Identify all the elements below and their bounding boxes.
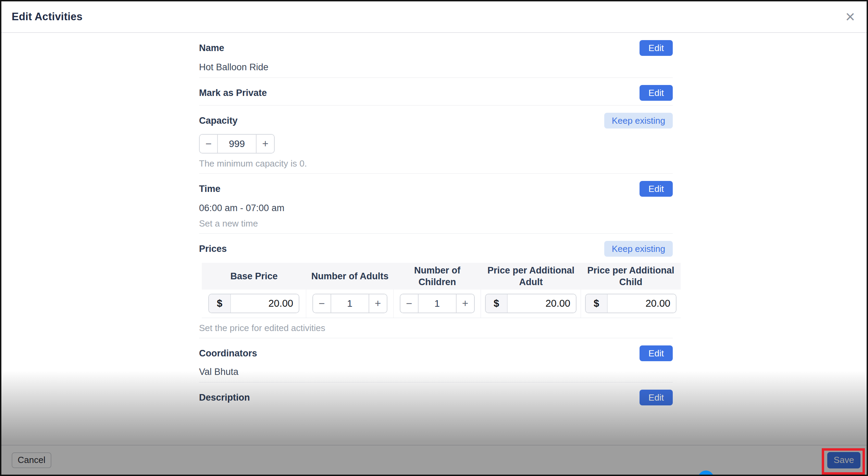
adults-decrement-button[interactable]: − <box>313 294 331 313</box>
additional-child-price-input-group: $ <box>585 294 677 313</box>
section-time: Time Edit 06:00 am - 07:00 am Set a new … <box>199 174 673 234</box>
time-value: 06:00 am - 07:00 am <box>199 202 673 214</box>
coordinators-label: Coordinators <box>199 348 257 359</box>
private-label: Mark as Private <box>199 88 267 98</box>
plus-icon: + <box>262 138 268 150</box>
time-helper-text: Set a new time <box>199 218 673 229</box>
prices-table-header: Base Price Number of Adults Number of Ch… <box>202 263 681 290</box>
children-stepper[interactable]: − + <box>400 294 475 313</box>
coordinators-edit-button[interactable]: Edit <box>640 345 673 361</box>
additional-adult-price-input[interactable] <box>508 294 576 313</box>
header-number-of-children: Number of Children <box>394 263 481 290</box>
name-edit-button[interactable]: Edit <box>640 40 673 56</box>
modal-footer: Cancel Save <box>1 445 867 475</box>
prices-label: Prices <box>199 244 227 254</box>
private-edit-button[interactable]: Edit <box>640 85 673 101</box>
dollar-sign: $ <box>209 294 231 313</box>
dollar-sign: $ <box>486 294 508 313</box>
children-decrement-button[interactable]: − <box>400 294 418 313</box>
section-prices: Prices Keep existing Base Price Number o… <box>199 234 673 338</box>
section-mark-as-private: Mark as Private Edit <box>199 78 673 106</box>
section-capacity: Capacity Keep existing − + The minimum c… <box>199 106 673 174</box>
children-increment-button[interactable]: + <box>457 294 474 313</box>
name-label: Name <box>199 43 224 53</box>
capacity-input[interactable] <box>217 135 257 153</box>
capacity-decrement-button[interactable]: − <box>200 135 217 153</box>
description-label: Description <box>199 392 250 403</box>
prices-helper-text: Set the price for edited activities <box>199 322 673 333</box>
additional-adult-price-input-group: $ <box>485 294 576 313</box>
capacity-increment-button[interactable]: + <box>257 135 274 153</box>
capacity-keep-existing-button[interactable]: Keep existing <box>604 113 673 129</box>
dollar-sign: $ <box>586 294 608 313</box>
prices-table: Base Price Number of Adults Number of Ch… <box>202 263 681 318</box>
section-description: Description Edit <box>199 382 673 410</box>
prices-keep-existing-button[interactable]: Keep existing <box>604 241 673 257</box>
time-label: Time <box>199 184 221 194</box>
plus-icon: + <box>375 297 381 310</box>
minus-icon: − <box>205 138 211 150</box>
children-input[interactable] <box>418 294 457 313</box>
minus-icon: − <box>319 297 325 310</box>
save-button[interactable]: Save <box>827 452 860 468</box>
edit-activities-modal: Edit Activities × Name Edit Hot Balloon … <box>0 0 868 476</box>
header-number-of-adults: Number of Adults <box>306 263 394 290</box>
header-base-price: Base Price <box>202 263 306 290</box>
coordinators-value: Val Bhuta <box>199 366 673 378</box>
plus-icon: + <box>462 297 468 310</box>
cancel-button[interactable]: Cancel <box>12 452 51 468</box>
modal-header: Edit Activities × <box>1 1 867 33</box>
description-edit-button[interactable]: Edit <box>640 390 673 405</box>
time-edit-button[interactable]: Edit <box>640 181 673 197</box>
name-value: Hot Balloon Ride <box>199 61 673 73</box>
header-price-per-additional-child: Price per Additional Child <box>581 263 681 290</box>
section-name: Name Edit Hot Balloon Ride <box>199 33 673 78</box>
adults-stepper[interactable]: − + <box>312 294 387 313</box>
capacity-helper-text: The minimum capacity is 0. <box>199 158 673 169</box>
capacity-label: Capacity <box>199 115 238 126</box>
close-icon[interactable]: × <box>844 9 856 25</box>
header-price-per-additional-adult: Price per Additional Adult <box>481 263 581 290</box>
capacity-stepper[interactable]: − + <box>199 134 275 154</box>
section-coordinators: Coordinators Edit Val Bhuta <box>199 338 673 382</box>
modal-content: Name Edit Hot Balloon Ride Mark as Priva… <box>1 33 867 445</box>
minus-icon: − <box>406 297 412 310</box>
modal-title: Edit Activities <box>12 11 83 23</box>
adults-increment-button[interactable]: + <box>369 294 387 313</box>
additional-child-price-input[interactable] <box>608 294 676 313</box>
base-price-input[interactable] <box>231 294 299 313</box>
base-price-input-group: $ <box>208 294 299 313</box>
prices-table-row: $ − + <box>202 290 681 318</box>
adults-input[interactable] <box>331 294 369 313</box>
